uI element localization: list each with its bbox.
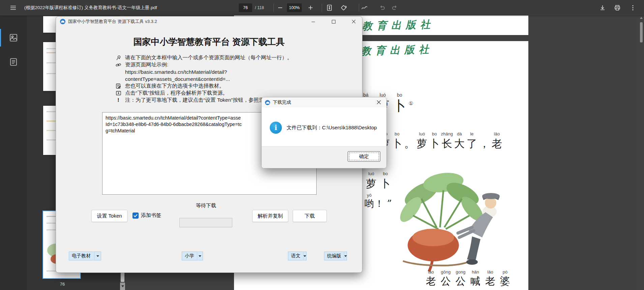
pinyin-char-pair: luó萝: [416, 131, 428, 150]
pinyin-char-pair: dà大: [453, 131, 466, 150]
scroll-down-arrow[interactable]: [120, 283, 125, 290]
page-total: / 118: [255, 5, 264, 10]
ok-button[interactable]: 确定: [348, 151, 380, 162]
download-complete-dialog: 下载完成 i 文件已下载到：C:\Users\k1888\Desktop 确定: [261, 97, 387, 168]
zoom-level[interactable]: 100%: [287, 3, 302, 12]
app-logo-icon: [265, 100, 270, 105]
pinyin-char-pair: pó婆: [498, 269, 513, 287]
dialog-close-icon[interactable]: [372, 97, 386, 107]
maximize-button[interactable]: [326, 17, 341, 27]
minimize-button[interactable]: [306, 17, 321, 27]
pin-icon: [115, 55, 122, 60]
dialog-titlebar[interactable]: 下载完成: [262, 97, 386, 107]
progress-bar: [179, 218, 232, 227]
set-token-button[interactable]: 设置 Token: [91, 210, 127, 222]
chevron-down-icon: [197, 252, 203, 260]
instruction-line: 点击“下载”按钮后，程序会解析并下载资源。: [115, 90, 228, 97]
chevron-down-icon: [344, 252, 347, 260]
pinyin-char-pair: lǎo老: [483, 269, 498, 287]
pinyin-char-pair: hǎn喊: [468, 269, 483, 287]
material-type-dropdown[interactable]: 电子教材: [69, 252, 101, 260]
draw-icon[interactable]: [358, 2, 371, 13]
status-label: 等待下载: [179, 202, 233, 209]
instruction-line: 您也可以直接在下方的选项卡中选择教材。: [115, 83, 225, 90]
subject-dropdown[interactable]: 语文: [288, 252, 306, 260]
rotate-icon[interactable]: [337, 2, 350, 13]
checkbox-label: 添加书签: [141, 212, 161, 219]
toolbar-divider: [322, 4, 322, 12]
school-level-dropdown[interactable]: 小学: [182, 252, 203, 260]
exclamation-icon: ！: [115, 97, 122, 103]
document-edit-icon: [115, 84, 122, 89]
add-bookmark-checkbox[interactable]: 添加书签: [133, 212, 161, 219]
text-line-4: lǎo老 gōng公 gong公 hǎn喊 lǎo老 pó婆: [423, 269, 513, 287]
app-title: 国家中小学智慧教育平台 资源下载工具 v3.3.2: [68, 19, 157, 25]
app-heading: 国家中小学智慧教育平台 资源下载工具: [56, 36, 362, 48]
app-logo-icon: [60, 19, 65, 24]
scroll-up-arrow[interactable]: [640, 17, 643, 19]
instruction-line: contentType=assets_document&contentId=..…: [122, 75, 230, 83]
more-options-icon[interactable]: [626, 2, 639, 13]
menu-icon[interactable]: [7, 2, 20, 13]
pinyin-char-pair: zhǎng长: [441, 131, 453, 150]
pinyin-char-pair: le了: [466, 131, 478, 150]
text-line-1: luó萝 bo卜 。 luó萝 bo卜 zhǎng长 dà大 le了 ， lǎo…: [378, 131, 503, 150]
scrollbar-thumb[interactable]: [640, 22, 643, 42]
focus-outline: [349, 153, 379, 160]
close-button[interactable]: [346, 17, 361, 27]
edition-dropdown[interactable]: 统编版: [324, 252, 347, 260]
radish-illustration: [371, 162, 529, 273]
document-title: (根据2022年版课程标准修订) 义务教育教科书-语文一年级上册.pdf: [24, 5, 157, 11]
undo-icon[interactable]: [376, 2, 388, 13]
redo-icon[interactable]: [388, 2, 401, 13]
book-download-icon: [115, 91, 122, 96]
pinyin-char-pair: lǎo老: [491, 131, 503, 150]
dialog-title: 下载完成: [273, 99, 291, 105]
print-icon[interactable]: [611, 2, 624, 13]
pinyin-char-pair: bo卜: [428, 131, 441, 150]
page-number-input[interactable]: 76: [239, 3, 252, 12]
pdf-toolbar: (根据2022年版课程标准修订) 义务教育教科书-语文一年级上册.pdf 76 …: [0, 0, 644, 15]
instruction-line: 请在下面的文本框中输入一个或多个资源页面的网址（每个网址一行）。: [115, 54, 292, 61]
footnote-mark: ①: [409, 100, 413, 106]
instruction-line: https://basic.smartedu.cn/tchMaterial/de…: [122, 68, 227, 75]
pinyin-char-pair: bo卜: [391, 131, 403, 150]
link-icon: [115, 63, 122, 67]
thumbnail-page-label: 76: [43, 282, 82, 287]
zoom-in-icon[interactable]: [304, 2, 317, 13]
dialog-footer: 确定: [262, 146, 386, 168]
info-icon: i: [270, 122, 282, 134]
chevron-down-icon: [94, 252, 101, 260]
download-button[interactable]: 下载: [293, 210, 327, 222]
viewer-sidebar: [0, 15, 27, 290]
pinyin-char-pair: lǎo老: [423, 269, 438, 287]
pinyin-char-pair: gōng公: [438, 269, 453, 287]
download-icon[interactable]: [596, 2, 609, 13]
zoom-out-icon[interactable]: [274, 2, 287, 13]
parse-copy-button[interactable]: 解析并复制: [252, 210, 288, 222]
pinyin-char-pair: 。: [403, 131, 416, 150]
screen: 人民教育出版社 人民教育出版社 bá拔 luó萝 bo卜 ① luó萝 bo卜 …: [0, 0, 644, 290]
instruction-line: ！ 注：为了更可靠地下载，建议点击“设置 Token”按钮，参照里: [115, 97, 264, 104]
checkbox-checked[interactable]: [133, 213, 139, 219]
thumbnails-view-icon[interactable]: [0, 29, 27, 46]
pinyin-char-pair: ，: [478, 131, 491, 150]
pinyin-char-pair: bo卜: [391, 92, 408, 114]
dialog-message: 文件已下载到：C:\Users\k1888\Desktop: [287, 125, 377, 131]
chevron-down-icon: [303, 252, 306, 260]
fit-to-page-icon[interactable]: [323, 2, 336, 13]
document-scrollbar[interactable]: [639, 15, 644, 290]
pinyin-char-pair: gong公: [453, 269, 468, 287]
instruction-line: 资源页面网址示例:: [115, 61, 168, 68]
document-outline-icon[interactable]: [0, 53, 27, 71]
